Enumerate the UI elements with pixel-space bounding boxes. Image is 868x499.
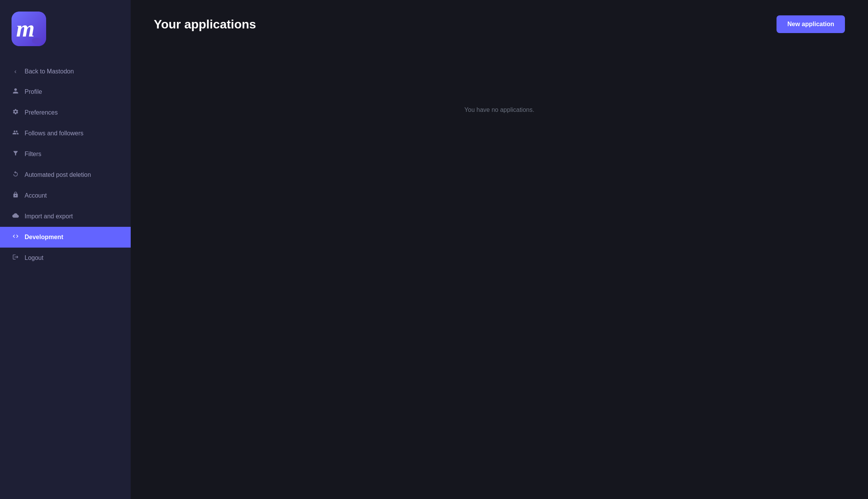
empty-message: You have no applications. [464,106,534,113]
sidebar-item-back-to-mastodon[interactable]: ‹ Back to Mastodon [0,62,131,82]
page-header: Your applications New application [154,15,845,33]
gear-icon [12,108,19,117]
sidebar-nav: ‹ Back to Mastodon Profile Preferences F… [0,54,131,499]
logo-area: m [0,0,131,54]
cloud-icon [12,212,19,221]
logout-icon [12,254,19,262]
sidebar-label-development: Development [25,234,63,241]
code-icon [12,233,19,241]
back-icon: ‹ [12,68,19,75]
sidebar-item-profile[interactable]: Profile [0,82,131,102]
sidebar-item-development[interactable]: Development [0,227,131,248]
sidebar-label-profile: Profile [25,88,42,95]
sidebar-label-filters: Filters [25,151,42,158]
sidebar-item-filters[interactable]: Filters [0,144,131,165]
filter-icon [12,150,19,158]
svg-point-2 [32,38,41,44]
new-application-button[interactable]: New application [777,15,845,33]
sidebar-label-account: Account [25,192,47,199]
page-title: Your applications [154,17,256,32]
sidebar-label-follows: Follows and followers [25,130,83,137]
sidebar-label-auto-delete: Automated post deletion [25,171,91,178]
main-content: Your applications New application You ha… [131,0,868,499]
sidebar-item-auto-delete[interactable]: Automated post deletion [0,165,131,185]
sidebar-label-logout: Logout [25,254,43,261]
sidebar-label-back-to-mastodon: Back to Mastodon [25,68,74,75]
sidebar: m ‹ Back to Mastodon Profile Preferences [0,0,131,499]
sidebar-item-import-export[interactable]: Import and export [0,206,131,227]
sidebar-label-import-export: Import and export [25,213,73,220]
lock-icon [12,191,19,200]
empty-state: You have no applications. [154,52,845,168]
follows-icon [12,129,19,138]
profile-icon [12,88,19,96]
sidebar-item-preferences[interactable]: Preferences [0,102,131,123]
svg-text:m: m [16,15,35,42]
sidebar-label-preferences: Preferences [25,109,58,116]
auto-delete-icon [12,171,19,179]
mastodon-logo: m [12,12,46,46]
sidebar-item-logout[interactable]: Logout [0,248,131,268]
sidebar-item-follows-followers[interactable]: Follows and followers [0,123,131,144]
sidebar-item-account[interactable]: Account [0,185,131,206]
